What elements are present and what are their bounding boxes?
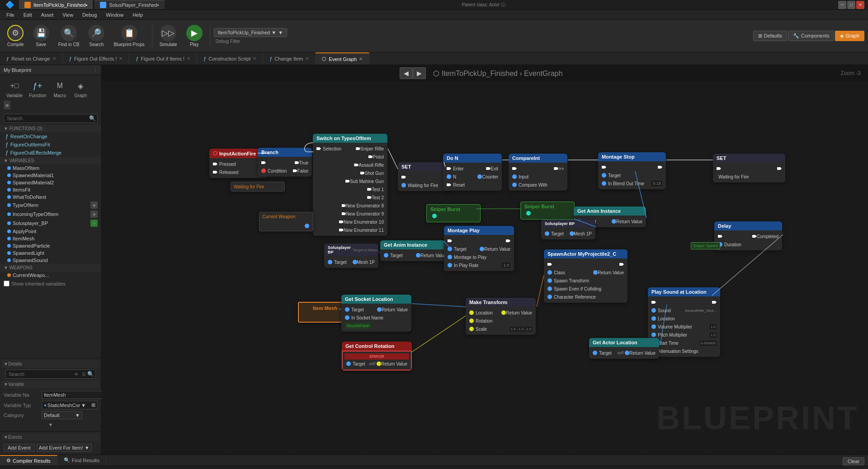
pin-mt-rot[interactable] bbox=[469, 319, 474, 323]
pin-dot[interactable] bbox=[213, 162, 217, 166]
node-get-actor-location[interactable]: Get Actor Location Target self Return Va… bbox=[589, 338, 659, 359]
pin-mt-scale[interactable] bbox=[469, 327, 474, 331]
tab-find-results[interactable]: 🔍 Find Results bbox=[57, 455, 106, 465]
pin-mt-loc[interactable] bbox=[469, 310, 474, 315]
pin-ms-target[interactable] bbox=[602, 173, 606, 178]
pin-dot-2[interactable] bbox=[213, 170, 217, 174]
variable-name-input[interactable] bbox=[42, 391, 108, 399]
node-set-right[interactable]: SET Waiting for Fire bbox=[713, 154, 785, 183]
pin-sub[interactable] bbox=[345, 179, 350, 183]
pin-cmp-input[interactable] bbox=[512, 174, 517, 179]
pin-ps-sound[interactable] bbox=[651, 308, 656, 313]
pin-sa-class[interactable] bbox=[547, 270, 552, 275]
menu-debug[interactable]: Debug bbox=[78, 11, 101, 19]
add-event-button[interactable]: Add Event bbox=[4, 444, 35, 452]
pin-e11[interactable] bbox=[339, 228, 344, 232]
pin-don-reset[interactable] bbox=[447, 183, 451, 187]
minimize-btn[interactable]: ─ bbox=[838, 1, 846, 9]
pin-sa-out[interactable] bbox=[619, 262, 624, 267]
pin-sa-sec[interactable] bbox=[547, 286, 552, 291]
pin-setr-out[interactable] bbox=[777, 166, 782, 171]
tab-solus-player[interactable]: SolusPlayer_Finished• bbox=[94, 0, 164, 9]
tab-close-0[interactable]: ✕ bbox=[52, 56, 56, 61]
pin-ms-blend[interactable] bbox=[602, 181, 606, 186]
tab-figure-out-effects[interactable]: ƒ Figure Out Effects ! ✕ bbox=[63, 52, 130, 65]
header-options-icon[interactable]: ⋮ bbox=[93, 67, 98, 73]
menu-edit[interactable]: Edit bbox=[19, 11, 37, 19]
pin-exec[interactable] bbox=[261, 160, 266, 165]
pin-setr-in[interactable] bbox=[717, 166, 721, 171]
graph-forward-button[interactable]: ▶ bbox=[413, 67, 426, 79]
add-graph-btn[interactable]: ◈ Graph bbox=[71, 78, 90, 100]
tab-close-2[interactable]: ✕ bbox=[187, 56, 190, 61]
var-spawned-light[interactable]: SpawnedLight bbox=[0, 249, 101, 257]
pin-sb1[interactable] bbox=[432, 214, 437, 218]
pin-pistol[interactable] bbox=[368, 155, 373, 159]
var-spawned-material1[interactable]: SpawnedMaterial1 bbox=[0, 172, 101, 179]
pin-cmp-cwith[interactable] bbox=[512, 183, 517, 187]
clear-button[interactable]: Clear bbox=[843, 457, 864, 465]
add-function-btn[interactable]: ƒ+ Function bbox=[26, 78, 49, 100]
tab-event-graph[interactable]: ⬡ Event Graph ✕ bbox=[316, 52, 369, 65]
var-what-to-do-next[interactable]: WhatToDoNext bbox=[0, 193, 101, 201]
show-inherited-checkbox[interactable] bbox=[4, 281, 9, 286]
node-make-transform[interactable]: Make Transform Location Return Value Rot… bbox=[466, 298, 536, 335]
pin-set2-val[interactable] bbox=[401, 183, 406, 188]
pin-mp-return[interactable] bbox=[480, 247, 484, 251]
var-spawned-particle[interactable]: SpawnedParticle bbox=[0, 242, 101, 249]
pin-false[interactable] bbox=[293, 169, 297, 173]
pin-ps-out[interactable] bbox=[712, 300, 717, 305]
show-inherited-row[interactable]: Show inherited variables bbox=[0, 279, 101, 288]
add-event-dropdown[interactable]: Add Event For Item! ▼ bbox=[37, 444, 92, 452]
pin-e9[interactable] bbox=[342, 211, 346, 216]
node-do-n[interactable]: Do N Enter Exit N Counter bbox=[443, 154, 502, 191]
close-btn[interactable]: ✕ bbox=[856, 1, 864, 9]
pin-ms-in[interactable] bbox=[602, 165, 606, 169]
pin-ps-in[interactable] bbox=[651, 300, 656, 305]
node-compare-int[interactable]: CompareInt >> Input Compar bbox=[509, 154, 567, 191]
pin-gal-return[interactable] bbox=[625, 351, 629, 355]
graph-back-button[interactable]: ◀ bbox=[400, 67, 413, 79]
pin-don-exit[interactable] bbox=[486, 166, 491, 171]
type-grid-icon[interactable]: ⊞ bbox=[91, 402, 95, 408]
pin-ga2-return[interactable] bbox=[416, 253, 420, 258]
var-incoming-type[interactable]: IncomingTypeOfItem ◈ bbox=[0, 210, 101, 219]
pin-sbp2-target[interactable] bbox=[545, 231, 549, 236]
pin-don-enter[interactable] bbox=[447, 166, 451, 171]
pin-e10[interactable] bbox=[339, 220, 344, 224]
pin-delay-comp[interactable] bbox=[752, 234, 757, 239]
menu-help[interactable]: Help bbox=[128, 11, 147, 19]
tab-close-1[interactable]: ✕ bbox=[119, 56, 123, 61]
pin-mt-return[interactable] bbox=[501, 310, 506, 315]
var-type-of-item[interactable]: TypeOfItem ◈ bbox=[0, 201, 101, 210]
pin-ps-vol[interactable] bbox=[651, 324, 656, 329]
menu-window[interactable]: Window bbox=[101, 11, 128, 19]
simulate-button[interactable]: ▷▷ Simulate bbox=[156, 23, 181, 49]
var-solusplayer-bp[interactable]: Solusplayer_BP ◈ bbox=[0, 219, 101, 228]
weapons-section-header[interactable]: ▼ Weapons bbox=[0, 264, 101, 272]
node-montage-stop[interactable]: Montage Stop Target In Blend Out Time bbox=[598, 152, 666, 189]
details-eye-icon[interactable]: 👁 bbox=[74, 372, 79, 377]
tab-close-4[interactable]: ✕ bbox=[305, 56, 309, 61]
pin-mp-rate[interactable] bbox=[448, 263, 452, 267]
pin-t2[interactable] bbox=[367, 195, 372, 200]
tab-change-item[interactable]: ƒ Change Item ✕ bbox=[263, 52, 316, 65]
pin-gal-target[interactable] bbox=[593, 351, 597, 355]
pin-gsl-return[interactable] bbox=[377, 307, 382, 312]
expand-nav-arrow[interactable]: » bbox=[4, 101, 10, 109]
tab-construction-script[interactable]: ƒ Construction Script ✕ bbox=[197, 52, 263, 65]
pin-sa-in[interactable] bbox=[547, 262, 552, 267]
var-spawned-sound[interactable]: SpawnedSound bbox=[0, 257, 101, 264]
fn-figure-out-effects-merge[interactable]: ƒ FigureOutEffectsMerge bbox=[0, 149, 101, 157]
var-mass-of-item[interactable]: MassOfItem bbox=[0, 164, 101, 172]
pin-sa-return[interactable] bbox=[593, 270, 598, 275]
menu-view[interactable]: View bbox=[58, 11, 78, 19]
pin-gsl-target[interactable] bbox=[345, 307, 349, 312]
pin-ga1-return[interactable] bbox=[612, 219, 616, 224]
pin-mp-mtp[interactable] bbox=[448, 255, 452, 259]
category-dropdown[interactable]: Default ▼ bbox=[42, 411, 82, 419]
functions-section-header[interactable]: ▼ Functions (3) bbox=[0, 125, 101, 132]
blueprint-props-button[interactable]: 📋 Blueprint Props bbox=[110, 23, 148, 49]
var-spawned-material2[interactable]: SpawnedMaterial2 bbox=[0, 179, 101, 186]
tab-close-3[interactable]: ✕ bbox=[253, 56, 256, 61]
